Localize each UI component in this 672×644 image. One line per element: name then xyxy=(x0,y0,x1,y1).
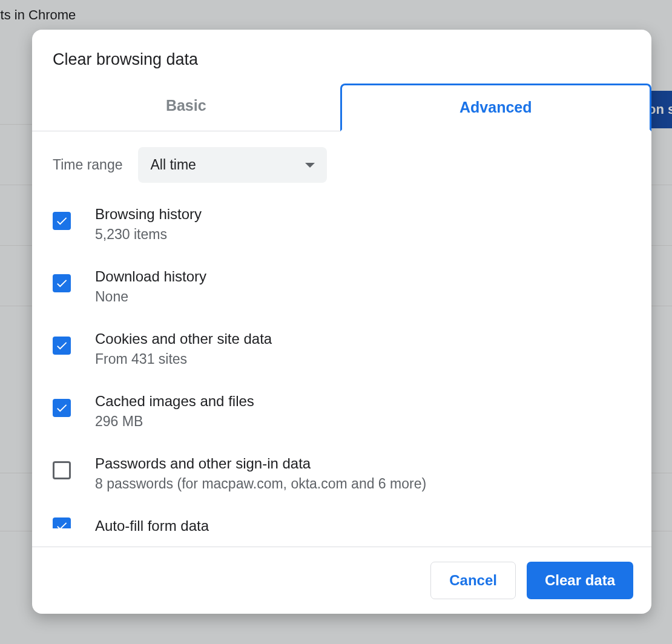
clear-browsing-data-dialog: Clear browsing data Basic Advanced Time … xyxy=(32,30,651,614)
check-icon xyxy=(55,519,68,528)
item-cached: Cached images and files 296 MB xyxy=(53,393,631,430)
check-icon xyxy=(55,214,68,228)
item-title: Browsing history xyxy=(95,206,202,223)
item-autofill: Auto-fill form data xyxy=(53,518,631,534)
clear-data-button[interactable]: Clear data xyxy=(527,562,633,599)
item-title: Auto-fill form data xyxy=(95,518,209,534)
item-cookies: Cookies and other site data From 431 sit… xyxy=(53,330,631,367)
time-range-row: Time range All time xyxy=(53,147,631,183)
item-download-history: Download history None xyxy=(53,268,631,305)
checkbox-passwords[interactable] xyxy=(53,461,71,479)
time-range-value: All time xyxy=(150,157,196,173)
item-title: Passwords and other sign-in data xyxy=(95,455,426,472)
tab-advanced[interactable]: Advanced xyxy=(340,84,652,131)
tab-basic[interactable]: Basic xyxy=(32,84,340,131)
time-range-select[interactable]: All time xyxy=(138,147,326,183)
tabs: Basic Advanced xyxy=(32,84,651,131)
item-browsing-history: Browsing history 5,230 items xyxy=(53,206,631,243)
checkbox-cached[interactable] xyxy=(53,399,71,417)
cancel-button[interactable]: Cancel xyxy=(430,562,516,599)
checkbox-autofill[interactable] xyxy=(53,518,71,528)
dialog-content: Time range All time Browsing history 5,2… xyxy=(32,131,651,547)
check-icon xyxy=(55,401,68,415)
checkbox-download-history[interactable] xyxy=(53,274,71,292)
time-range-label: Time range xyxy=(53,157,122,173)
item-subtitle: 5,230 items xyxy=(95,226,202,243)
check-icon xyxy=(55,277,68,290)
item-title: Cookies and other site data xyxy=(95,330,272,347)
dialog-title: Clear browsing data xyxy=(32,30,651,84)
dialog-footer: Cancel Clear data xyxy=(32,547,651,614)
item-subtitle: From 431 sites xyxy=(95,351,272,367)
checkbox-browsing-history[interactable] xyxy=(53,212,71,230)
item-title: Cached images and files xyxy=(95,393,254,410)
item-subtitle: None xyxy=(95,289,206,305)
check-icon xyxy=(55,339,68,352)
item-subtitle: 8 passwords (for macpaw.com, okta.com an… xyxy=(95,476,426,492)
item-title: Download history xyxy=(95,268,206,285)
chevron-down-icon xyxy=(305,163,315,168)
item-subtitle: 296 MB xyxy=(95,413,254,430)
checkbox-cookies[interactable] xyxy=(53,337,71,355)
item-passwords: Passwords and other sign-in data 8 passw… xyxy=(53,455,631,492)
